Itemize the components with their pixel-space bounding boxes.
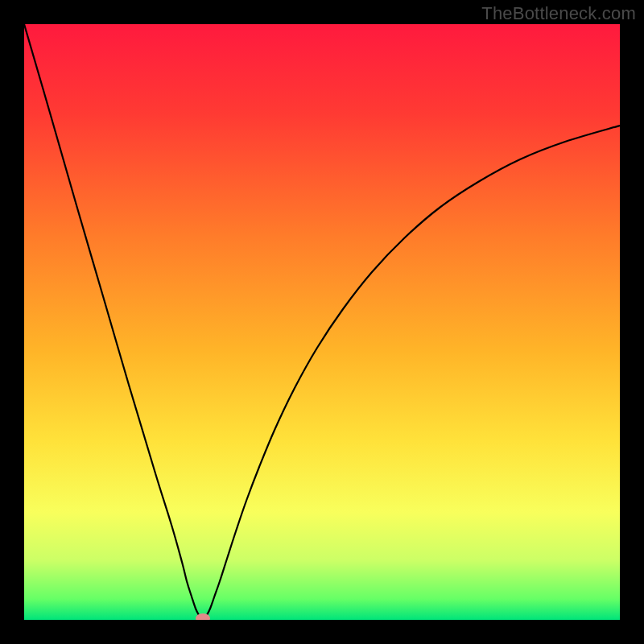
bottleneck-chart (0, 0, 644, 644)
plot-background (24, 24, 620, 620)
watermark-text: TheBottleneck.com (481, 3, 636, 24)
min-marker (196, 613, 210, 623)
chart-frame: TheBottleneck.com (0, 0, 644, 644)
